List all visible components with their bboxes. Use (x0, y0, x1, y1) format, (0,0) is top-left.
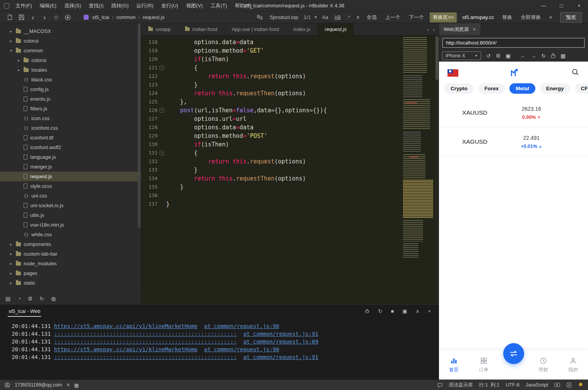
breadcrumb-item[interactable]: common (116, 14, 135, 20)
minimap[interactable] (401, 36, 435, 304)
close-button[interactable]: × (570, 0, 588, 12)
menu-item[interactable]: 运行(R) (132, 0, 157, 12)
tree-item[interactable]: ▸colorui (0, 55, 141, 65)
files-panel-icon[interactable]: ▤ (5, 296, 10, 302)
code-area[interactable]: 118 options.data=data119 options.method=… (141, 36, 439, 304)
nav-back-icon[interactable]: ← (520, 53, 526, 59)
tab-scroll-left-icon[interactable]: ‹ (427, 26, 429, 33)
quote-row[interactable]: XAUUSD2623.160.00% ▼ (439, 98, 588, 127)
menu-item[interactable]: 跳转(G) (108, 0, 133, 12)
tree-item[interactable]: ▸pages (0, 268, 141, 278)
log-link[interactable]: https://st5.amspay.cc/api/v1/klineMarket… (54, 346, 198, 352)
select-all-button[interactable]: 全选 (364, 13, 379, 22)
editor-tab[interactable]: indian-food (178, 23, 225, 35)
replace-input[interactable]: st5.amspay.cc (460, 14, 496, 20)
settings-icon[interactable]: ⚙ (495, 53, 501, 59)
tree-item[interactable]: ▸components (0, 239, 141, 249)
replace-all-button[interactable]: 全部替换 (518, 13, 543, 22)
code-line[interactable]: 125 }, (141, 98, 439, 106)
stop-icon[interactable]: ■ (391, 308, 394, 314)
log-link[interactable]: at common/request.js:91 (243, 354, 318, 360)
export-log-icon[interactable]: ▣ (403, 308, 407, 314)
nav-item-orders[interactable]: 订单 (469, 350, 499, 380)
rotate-device-icon[interactable]: ↺ (486, 53, 491, 59)
search-icon[interactable] (254, 12, 266, 23)
minimize-button[interactable]: — (535, 0, 552, 12)
menu-item[interactable]: 选择(S) (60, 0, 85, 12)
collapse-panel-icon[interactable]: ∧ (416, 308, 420, 314)
tree-item[interactable]: ▸static (0, 278, 141, 288)
tree-item[interactable]: iconfont.woff2 (0, 143, 141, 152)
log-link[interactable]: ::::::::::::::::::::::::::::::::::::::::… (54, 331, 237, 337)
code-line[interactable]: 129 options.method='POST' (141, 132, 439, 140)
code-line[interactable]: 120 if(isThen) (141, 55, 439, 64)
find-prev-button[interactable]: 上一个 (382, 13, 403, 22)
editor-scrollbar[interactable] (435, 36, 439, 304)
search-icon[interactable] (571, 68, 579, 77)
outline-icon[interactable]: ≡ (67, 382, 69, 388)
code-line[interactable]: 126− post(url,isThen=false,data={},optio… (141, 106, 439, 115)
code-line[interactable]: 133 } (141, 166, 439, 174)
nav-item-finance[interactable]: 理财 (528, 350, 558, 380)
code-line[interactable]: 131− { (141, 149, 439, 157)
grid-view-icon[interactable]: ▦ (561, 53, 566, 59)
editor-tab[interactable]: request.js (318, 23, 354, 35)
image-preview-icon[interactable]: ▦ (74, 382, 79, 388)
code-line[interactable]: 124 return this.requestThen(options) (141, 89, 439, 98)
device-select[interactable]: iPhone X ▼ (442, 52, 481, 60)
code-line[interactable]: 121− { (141, 64, 439, 72)
forward-icon[interactable]: › (39, 12, 50, 23)
screenshot-icon[interactable]: ▣ (506, 53, 511, 59)
code-line[interactable]: 122 return this.request(options) (141, 72, 439, 81)
fold-marker[interactable]: − (159, 65, 164, 70)
url-input[interactable]: http://localhost:8000/#/ (442, 38, 585, 48)
new-file-icon[interactable] (4, 12, 15, 23)
menu-item[interactable]: 编辑(E) (36, 0, 60, 12)
tree-item[interactable]: style.scss (0, 181, 141, 191)
log-link[interactable]: ::::::::::::::::::::::::::::::::::::::::… (54, 338, 237, 345)
category-tab-metal[interactable]: Metal (509, 83, 535, 94)
tree-item[interactable]: language.js (0, 152, 141, 162)
category-tab-energy[interactable]: Energy (540, 83, 570, 94)
editor-tab[interactable]: App.vue | indian-food (225, 23, 286, 35)
scrollbar-thumb[interactable] (138, 23, 141, 228)
code-line[interactable]: 119 options.method='GET' (141, 46, 439, 55)
tree-item[interactable]: ▸node_modules (0, 259, 141, 268)
lock-icon[interactable] (551, 53, 555, 58)
back-icon[interactable]: ‹ (27, 12, 39, 23)
menu-item[interactable]: 查找(I) (85, 0, 107, 12)
tree-item[interactable]: ▸locales (0, 65, 141, 75)
tree-item[interactable]: vue-i18n.min.js (0, 220, 141, 230)
close-console-icon[interactable]: × (428, 308, 431, 314)
encoding-label[interactable]: UTF-8 (506, 382, 519, 388)
maximize-button[interactable]: □ (552, 0, 570, 12)
tree-item[interactable]: filters.js (0, 104, 141, 113)
close-icon[interactable]: × (547, 14, 555, 21)
regex-toggle[interactable]: .* (345, 14, 351, 21)
menu-item[interactable]: 发行(U) (157, 0, 182, 12)
replace-button[interactable]: 替换 (499, 13, 515, 22)
code-line[interactable]: 123 } (141, 81, 439, 89)
reload-icon[interactable]: ↻ (541, 53, 546, 59)
log-link[interactable]: ::::::::::::::::::::::::::::::::::::::::… (54, 354, 237, 360)
nav-forward-icon[interactable]: → (531, 53, 536, 59)
code-line[interactable]: 136 (141, 191, 439, 200)
tree-item[interactable]: enents.js (0, 94, 141, 104)
menu-item[interactable]: 视图(V) (182, 0, 206, 12)
restart-icon[interactable]: ↻ (378, 308, 382, 314)
cursor-position[interactable]: 行:1 列:1 (479, 382, 499, 388)
taiwan-flag-icon[interactable] (447, 69, 458, 77)
tree-item[interactable]: iconfont.ttf (0, 133, 141, 143)
syntax-hint-label[interactable]: 语法提示库 (449, 382, 473, 388)
code-line[interactable]: 118 options.data=data (141, 38, 439, 46)
log-link[interactable]: at common/request.js:89 (243, 338, 318, 345)
code-line[interactable]: 137} (141, 200, 439, 208)
tree-item[interactable]: ▸__MACOSX (0, 26, 141, 36)
tree-item[interactable]: manger.js (0, 162, 141, 172)
filter-lines-icon[interactable]: ≡ (355, 14, 361, 21)
menu-item[interactable]: 文件(F) (12, 0, 36, 12)
match-case-toggle[interactable]: Aa (321, 14, 329, 21)
quote-row[interactable]: XAGUSD22.491+0.01% ▲ (439, 127, 588, 156)
sync-icon[interactable]: ◔ (17, 296, 21, 302)
code-line[interactable]: 135 } (141, 183, 439, 191)
